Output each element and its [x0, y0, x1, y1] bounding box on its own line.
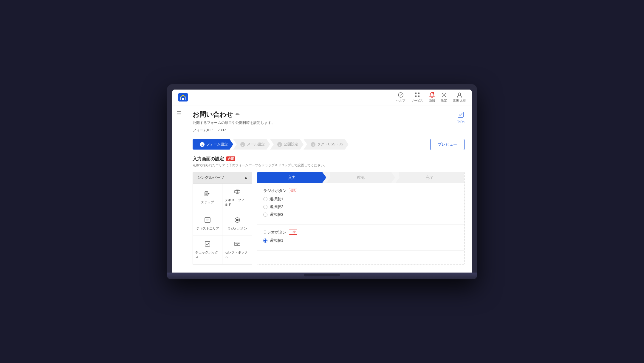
tab-confirm[interactable]: 確認: [326, 172, 395, 183]
part-textfield-label: テキストフィールド: [225, 198, 250, 207]
svg-rect-6: [415, 96, 417, 97]
parts-panel-header[interactable]: シングルパーツ ▲: [193, 172, 252, 184]
nav-user[interactable]: 渡来 太郎: [453, 92, 466, 103]
page-subtitle: 公開するフォームの項目や公開日時を設定します。: [193, 120, 275, 125]
selectbox-part-icon: [234, 241, 241, 249]
part-step[interactable]: ステップ: [193, 184, 222, 212]
textarea-part-icon: [204, 217, 211, 225]
main-content: お問い合わせ ✏ 公開するフォームの項目や公開日時を設定します。 フォームID：…: [185, 105, 472, 273]
form-tabs: 入力 確認 完了: [257, 172, 464, 183]
todo-button[interactable]: ToDo: [457, 110, 465, 124]
svg-point-10: [443, 94, 445, 96]
page-title: お問い合わせ ✏: [193, 110, 275, 119]
part-checkbox-label: チェックボックス: [195, 250, 220, 259]
form-field-1: ラジオボタン 任意 選択肢1 選択肢2: [257, 183, 464, 225]
user-icon: [456, 92, 462, 98]
radio-label-1-3: 選択肢3: [270, 212, 283, 217]
todo-label: ToDo: [457, 120, 465, 124]
section-desc: 点線で括られたエリアに下のフォームパーツをドラッグ＆ドロップして設置してください…: [193, 163, 465, 167]
settings-icon: [441, 92, 447, 98]
nav-user-label: 渡来 太郎: [453, 99, 466, 103]
tab-complete[interactable]: 完了: [395, 172, 464, 183]
parts-panel-title: シングルパーツ: [197, 175, 224, 180]
nav-settings[interactable]: 設定: [441, 92, 447, 103]
field-1-option-2[interactable]: 選択肢2: [263, 204, 458, 210]
app-body: ☰ お問い合わせ ✏ 公開するフォームの項目や公開日時を設定します。 フォームI…: [172, 105, 472, 273]
required-badge: 必須: [226, 156, 235, 161]
checkbox-part-icon: [204, 241, 211, 249]
form-preview-area: 入力 確認 完了: [257, 172, 465, 264]
nav-service[interactable]: サービス: [411, 92, 423, 103]
step-3[interactable]: 3 公開設定: [270, 139, 304, 150]
form-id-label: フォームID：: [193, 128, 214, 132]
step-3-label: 公開設定: [284, 142, 298, 147]
parts-collapse-icon: ▲: [244, 175, 248, 180]
step-2[interactable]: 2 メール設定: [233, 139, 270, 150]
nav-help-label: ヘルプ: [396, 99, 405, 103]
step-4-number: 4: [311, 142, 315, 147]
svg-point-9: [432, 92, 434, 94]
field-2-option-1[interactable]: 選択肢1: [263, 238, 458, 243]
radio-label-1-2: 選択肢2: [270, 204, 283, 210]
step-3-number: 3: [277, 142, 282, 147]
step-4-label: タグ・CSS・JS: [317, 142, 343, 147]
radio-circle-2-1: [263, 239, 267, 243]
part-step-label: ステップ: [201, 200, 214, 204]
svg-rect-1: [182, 98, 184, 100]
step-1[interactable]: 1 フォーム設定: [193, 139, 233, 150]
part-radio[interactable]: ラジオボタン: [222, 212, 252, 236]
svg-text:3: 3: [279, 143, 280, 146]
svg-rect-4: [415, 93, 417, 94]
section-title: 入力画面の設定 必須: [193, 156, 465, 162]
nav-service-label: サービス: [411, 99, 423, 103]
todo-icon: [457, 111, 464, 119]
field-2-optional-badge: 任意: [289, 230, 297, 235]
part-textarea[interactable]: テキストエリア: [193, 212, 222, 236]
edit-icon[interactable]: ✏: [236, 112, 239, 117]
part-textarea-label: テキストエリア: [196, 226, 219, 231]
field-1-label: ラジオボタン: [263, 188, 287, 193]
step-part-icon: [204, 190, 211, 199]
form-id-row: フォームID： 2337: [193, 128, 275, 133]
nav-help[interactable]: ? ヘルプ: [396, 92, 405, 103]
svg-text:?: ?: [400, 93, 402, 97]
field-1-optional-badge: 任意: [289, 188, 297, 193]
step-4[interactable]: 4 タグ・CSS・JS: [304, 139, 349, 150]
part-checkbox[interactable]: チェックボックス: [193, 236, 222, 264]
radio-circle-1-2: [263, 205, 267, 209]
svg-point-8: [431, 97, 433, 98]
laptop-base: [167, 273, 477, 279]
preview-button[interactable]: プレビュー: [430, 139, 465, 150]
svg-point-11: [458, 93, 461, 95]
svg-rect-5: [418, 93, 419, 94]
steps-row: 1 フォーム設定 2 メール設定: [193, 139, 465, 150]
nav-notification-label: 通知: [429, 99, 435, 103]
nav-notification[interactable]: 通知: [429, 92, 435, 103]
app-header: ? ヘルプ サービス: [172, 90, 472, 105]
field-2-label-row: ラジオボタン 任意: [263, 230, 458, 235]
svg-point-34: [236, 219, 239, 221]
part-radio-label: ラジオボタン: [227, 226, 247, 231]
field-1-label-row: ラジオボタン 任意: [263, 188, 458, 193]
tab-input[interactable]: 入力: [257, 172, 326, 183]
form-id-value: 2337: [217, 128, 226, 132]
page-header: お問い合わせ ✏ 公開するフォームの項目や公開日時を設定します。 フォームID：…: [193, 110, 465, 133]
field-1-option-3[interactable]: 選択肢3: [263, 212, 458, 217]
form-field-2: ラジオボタン 任意 選択肢1: [257, 225, 464, 251]
sidebar-toggle[interactable]: ☰: [172, 105, 185, 273]
field-1-option-1[interactable]: 選択肢1: [263, 196, 458, 202]
field-2-label: ラジオボタン: [263, 230, 287, 235]
service-icon: [414, 92, 420, 98]
parts-panel: シングルパーツ ▲: [193, 172, 252, 264]
notification-icon: [429, 92, 435, 98]
app-logo: [178, 93, 188, 101]
part-selectbox[interactable]: セレクトボックス: [222, 236, 252, 264]
step-2-label: メール設定: [247, 142, 265, 147]
part-textfield[interactable]: テキストフィールド: [222, 184, 252, 212]
step-1-label: フォーム設定: [206, 142, 228, 147]
help-icon: ?: [398, 92, 404, 98]
part-selectbox-label: セレクトボックス: [225, 250, 250, 259]
textfield-part-icon: [234, 188, 241, 196]
svg-text:1: 1: [201, 143, 203, 146]
step-1-number: 1: [200, 142, 205, 147]
